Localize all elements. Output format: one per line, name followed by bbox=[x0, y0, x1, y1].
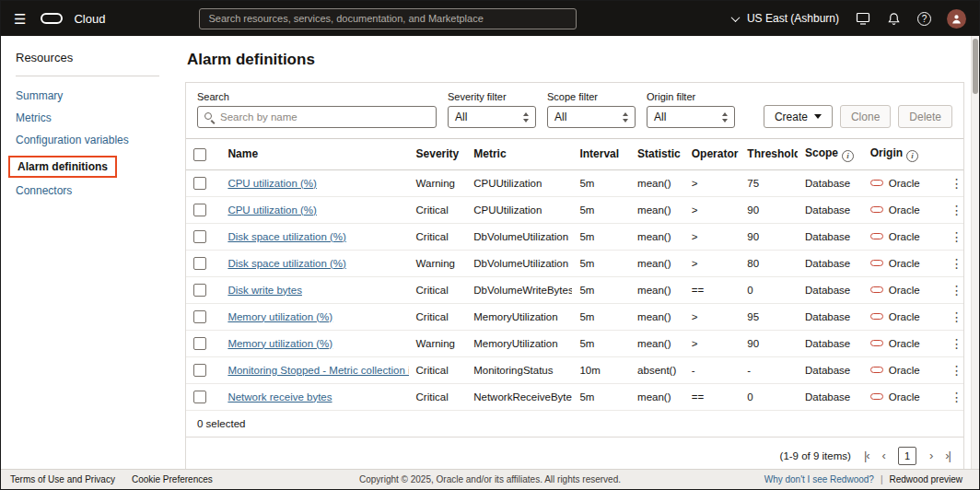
clone-button[interactable]: Clone bbox=[840, 105, 891, 128]
alarm-name-link[interactable]: Memory utilization (%) bbox=[228, 338, 332, 349]
scope-info-icon[interactable]: i bbox=[842, 150, 854, 162]
table-row: CPU utilization (%) Critical CPUUtilizat… bbox=[186, 196, 963, 223]
row-checkbox[interactable] bbox=[193, 204, 206, 216]
statistic-cell: mean() bbox=[630, 330, 684, 356]
scrollbar-thumb[interactable] bbox=[973, 39, 978, 94]
header-operator: Operator bbox=[684, 139, 741, 170]
table-row: Network receive bytes Critical NetworkRe… bbox=[186, 383, 963, 410]
row-actions-kebab-icon[interactable]: ⋮ bbox=[947, 203, 963, 217]
delete-button[interactable]: Delete bbox=[898, 105, 952, 128]
oracle-origin-icon bbox=[870, 393, 883, 400]
alarm-name-link[interactable]: Monitoring Stopped - Metric collection i… bbox=[228, 365, 408, 376]
help-icon[interactable]: ? bbox=[917, 12, 931, 26]
row-checkbox[interactable] bbox=[193, 337, 206, 350]
sidebar-item-configuration-variables[interactable]: Configuration variables bbox=[16, 134, 159, 146]
table-row: Memory utilization (%) Warning MemoryUti… bbox=[186, 330, 963, 356]
hamburger-menu-icon[interactable]: ☰ bbox=[14, 12, 26, 26]
statistic-cell: mean() bbox=[630, 276, 684, 303]
create-button[interactable]: Create bbox=[764, 105, 833, 128]
alarm-name-link[interactable]: Disk space utilization (%) bbox=[228, 231, 345, 242]
row-actions-kebab-icon[interactable]: ⋮ bbox=[947, 283, 963, 298]
sidebar-item-metrics[interactable]: Metrics bbox=[16, 111, 159, 124]
alarm-name-link[interactable]: Disk space utilization (%) bbox=[228, 258, 345, 269]
cloud-shell-icon[interactable] bbox=[855, 11, 870, 27]
alarm-name-link[interactable]: Network receive bytes bbox=[228, 391, 332, 402]
row-checkbox[interactable] bbox=[193, 177, 206, 190]
row-checkbox[interactable] bbox=[193, 230, 206, 243]
select-all-checkbox[interactable] bbox=[193, 148, 206, 161]
operator-cell: > bbox=[684, 223, 741, 250]
row-actions-kebab-icon[interactable]: ⋮ bbox=[947, 309, 963, 324]
page-title: Alarm definitions bbox=[187, 51, 964, 69]
severity-filter-select[interactable]: All bbox=[448, 106, 536, 128]
oracle-origin-icon bbox=[870, 206, 883, 213]
scope-cell: Database bbox=[798, 303, 863, 330]
alarm-name-link[interactable]: Memory utilization (%) bbox=[228, 311, 332, 322]
global-search-input[interactable] bbox=[199, 8, 577, 29]
row-checkbox[interactable] bbox=[193, 284, 206, 297]
alarm-name-link[interactable]: CPU utilization (%) bbox=[228, 178, 317, 189]
operator-cell: == bbox=[684, 276, 741, 303]
row-checkbox[interactable] bbox=[193, 257, 206, 270]
statistic-cell: mean() bbox=[630, 250, 684, 276]
alarm-definitions-table: Name Severity Metric Interval Statistic … bbox=[186, 138, 963, 411]
region-chevron-down-icon[interactable] bbox=[731, 13, 741, 22]
origin-info-icon[interactable]: i bbox=[906, 150, 918, 162]
table-header-row: Name Severity Metric Interval Statistic … bbox=[186, 139, 963, 170]
redwood-question-link[interactable]: Why don't I see Redwood? bbox=[764, 474, 874, 484]
metric-cell: DbVolumeUtilization bbox=[466, 223, 572, 250]
alarm-name-link[interactable]: CPU utilization (%) bbox=[228, 204, 317, 216]
search-by-name-input[interactable] bbox=[197, 106, 437, 128]
row-actions-kebab-icon[interactable]: ⋮ bbox=[947, 229, 963, 244]
row-actions-kebab-icon[interactable]: ⋮ bbox=[947, 176, 963, 191]
origin-filter-value: All bbox=[654, 111, 666, 123]
row-actions-kebab-icon[interactable]: ⋮ bbox=[947, 256, 963, 271]
row-checkbox[interactable] bbox=[193, 391, 206, 403]
page-number-current[interactable]: 1 bbox=[898, 447, 916, 465]
resources-sidebar: Resources Summary Metrics Configuration … bbox=[1, 36, 172, 470]
terms-link[interactable]: Terms of Use and Privacy bbox=[10, 474, 115, 484]
header-threshold: Threshold bbox=[740, 139, 798, 170]
severity-cell: Critical bbox=[409, 196, 467, 223]
threshold-cell: 90 bbox=[740, 223, 798, 250]
row-actions-kebab-icon[interactable]: ⋮ bbox=[947, 390, 963, 404]
threshold-cell: 0 bbox=[740, 383, 798, 410]
oracle-logo-icon bbox=[41, 13, 63, 24]
scope-cell: Database bbox=[798, 223, 863, 250]
sidebar-item-connectors[interactable]: Connectors bbox=[16, 184, 159, 197]
cookie-preferences-link[interactable]: Cookie Preferences bbox=[132, 474, 213, 484]
vertical-scrollbar[interactable] bbox=[971, 36, 979, 469]
page-last-icon[interactable]: ›| bbox=[945, 449, 951, 462]
severity-cell: Critical bbox=[409, 223, 467, 250]
origin-cell: Oracle bbox=[889, 178, 920, 189]
severity-cell: Warning bbox=[409, 169, 467, 196]
row-checkbox[interactable] bbox=[193, 364, 206, 377]
oracle-origin-icon bbox=[870, 233, 883, 239]
metric-cell: NetworkReceiveBytes bbox=[466, 383, 572, 410]
interval-cell: 5m bbox=[572, 223, 630, 250]
severity-filter-label: Severity filter bbox=[448, 91, 536, 102]
footer: Copyright © 2025, Oracle and/or its affi… bbox=[1, 469, 979, 489]
sidebar-divider bbox=[16, 76, 159, 76]
row-actions-kebab-icon[interactable]: ⋮ bbox=[947, 336, 963, 351]
row-actions-kebab-icon[interactable]: ⋮ bbox=[947, 363, 963, 378]
topbar-right-cluster: US East (Ashburn) ? bbox=[732, 9, 966, 29]
page-next-icon[interactable]: › bbox=[929, 449, 932, 462]
page-prev-icon[interactable]: ‹ bbox=[882, 449, 885, 462]
alarm-name-link[interactable]: Disk write bytes bbox=[228, 285, 302, 296]
interval-cell: 10m bbox=[572, 356, 630, 383]
region-selector[interactable]: US East (Ashburn) bbox=[747, 12, 839, 25]
sidebar-item-summary[interactable]: Summary bbox=[16, 89, 159, 102]
sidebar-item-alarm-definitions[interactable]: Alarm definitions bbox=[8, 156, 117, 178]
threshold-cell: 90 bbox=[740, 196, 798, 223]
oracle-origin-icon bbox=[870, 286, 883, 293]
interval-cell: 5m bbox=[572, 250, 630, 276]
notifications-bell-icon[interactable] bbox=[886, 11, 902, 27]
page-first-icon[interactable]: |‹ bbox=[864, 449, 869, 462]
scope-filter-select[interactable]: All bbox=[547, 106, 636, 128]
origin-filter-select[interactable]: All bbox=[647, 106, 735, 128]
oracle-origin-icon bbox=[870, 313, 883, 320]
user-avatar[interactable] bbox=[947, 9, 966, 29]
row-checkbox[interactable] bbox=[193, 310, 206, 323]
statistic-cell: mean() bbox=[630, 303, 684, 330]
